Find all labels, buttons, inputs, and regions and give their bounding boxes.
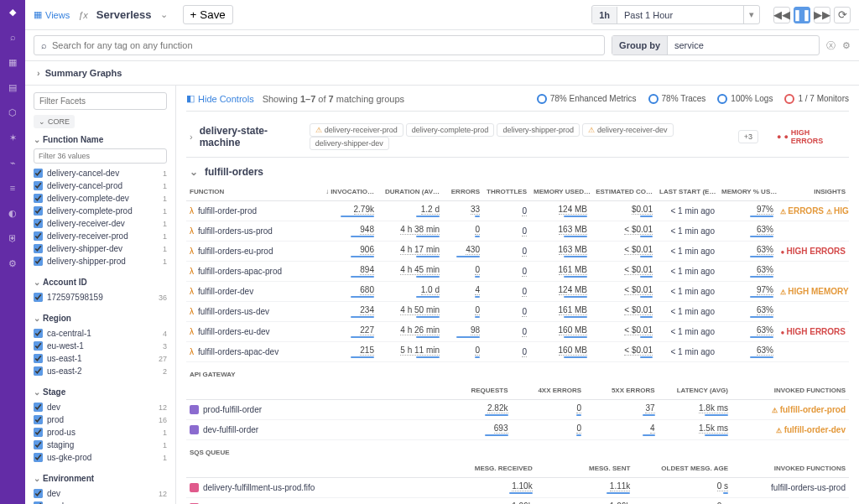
function-badge[interactable]: delivery-shipper-dev [310,137,389,150]
refresh-button[interactable]: ⟳ [834,7,851,23]
facet-title[interactable]: Function Name [34,135,167,144]
column-header[interactable]: MESG. SENT [536,460,634,478]
table-row[interactable]: λfulfill-orders-apac-dev2155 h 11 min001… [186,342,849,362]
facet-title[interactable]: Environment [34,474,167,483]
hide-controls-button[interactable]: ◧ Hide Controls [186,93,254,104]
facet-item[interactable]: staging1 [34,439,167,451]
facet-item[interactable]: delivery-receiver-dev1 [34,217,167,230]
table-row[interactable]: λfulfill-order-dev6801.0 d40124 MB< $0.0… [186,282,849,302]
facet-checkbox[interactable] [34,231,43,241]
apm-icon[interactable]: ⬡ [6,106,19,119]
facet-checkbox[interactable] [34,415,43,424]
column-header[interactable]: REQUESTS [438,382,512,400]
column-header[interactable] [186,382,438,400]
metric-logs[interactable]: 100% Logs [717,94,773,104]
time-range[interactable]: 1h Past 1 Hour ▾ [591,5,760,24]
facet-item[interactable]: prod16 [34,413,167,426]
table-row[interactable]: λfulfill-orders-us-dev2344 h 50 min00161… [186,302,849,322]
facet-checkbox[interactable] [34,366,43,376]
facet-checkbox[interactable] [34,354,43,363]
group-delivery-state-machine[interactable]: › delivery-state-machine delivery-receiv… [186,117,849,158]
table-row[interactable]: prod-fulfill-order2.82k0371.8k msfulfill… [186,400,849,420]
facet-checkbox[interactable] [34,169,43,178]
save-button[interactable]: + Save [183,5,233,24]
column-header[interactable]: INVOKED FUNCTIONS [731,460,849,478]
facet-item[interactable]: delivery-cancel-dev1 [34,167,167,179]
facet-checkbox[interactable] [34,440,43,449]
facet-item[interactable]: delivery-receiver-prod1 [34,230,167,242]
gear-icon[interactable]: ⚙ [842,40,851,51]
facet-item[interactable]: dev12 [34,401,167,413]
core-tag[interactable]: ⌄ CORE [34,115,75,128]
chevron-down-icon[interactable]: ⌄ [160,9,168,20]
facet-item[interactable]: delivery-shipper-dev1 [34,242,167,255]
table-row[interactable]: dev-fulfill-order693041.5k msfulfill-ord… [186,420,849,440]
filter-facets-input[interactable] [34,92,167,110]
column-header[interactable]: DURATION (AV… [377,183,443,201]
facet-item[interactable]: us-east-22 [34,365,167,377]
function-badge[interactable]: delivery-receiver-prod [310,123,403,137]
facet-title[interactable]: Region [34,314,167,323]
facet-checkbox[interactable] [34,181,43,190]
metric-enhanced[interactable]: 78% Enhanced Metrics [537,94,637,104]
badge-more[interactable]: +3 [738,130,758,143]
facet-item[interactable]: us-gke-prod1 [34,451,167,464]
column-header[interactable]: FUNCTION [186,183,320,201]
table-row[interactable]: λfulfill-orders-eu-dev2274 h 26 min98016… [186,322,849,342]
facet-item[interactable]: delivery-shipper-prod1 [34,255,167,268]
column-header[interactable]: 4XX ERRORS [512,382,586,400]
column-header[interactable]: ↓ INVOCATIO… [320,183,377,201]
clear-icon[interactable]: ⓧ [826,39,836,52]
column-header[interactable]: 5XX ERRORS [585,382,659,400]
facet-title[interactable]: Account ID [34,278,167,287]
table-row[interactable]: delivery-fulfillment-eu-prod.fifo1.06k1.… [186,498,849,505]
logo-icon[interactable]: ◆ [6,5,19,18]
settings-icon[interactable]: ⚙ [6,257,19,270]
monitors-icon[interactable]: ✶ [6,131,19,144]
facet-item[interactable]: delivery-cancel-prod1 [34,179,167,192]
time-chevron-icon[interactable]: ▾ [743,6,759,23]
function-badge[interactable]: delivery-receiver-dev [582,123,674,137]
column-header[interactable]: LATENCY (AVG) [659,382,732,400]
table-row[interactable]: λfulfill-orders-eu-prod9064 h 17 min4300… [186,242,849,262]
facet-filter-input[interactable] [34,148,167,164]
metric-monitors[interactable]: 1 / 7 Monitors [784,94,849,104]
column-header[interactable]: ERRORS [443,183,483,201]
function-badge[interactable]: delivery-shipper-prod [497,123,580,137]
table-row[interactable]: λfulfill-orders-us-prod9484 h 38 min0016… [186,221,849,242]
facet-item[interactable]: ca-central-14 [34,327,167,340]
time-forward-button[interactable]: ▶▶ [814,7,830,23]
metrics-icon[interactable]: ⌁ [6,156,19,169]
security-icon[interactable]: ⛨ [6,231,19,245]
facet-checkbox[interactable] [34,244,43,253]
facet-item[interactable]: 17259759815936 [34,291,167,304]
facet-item[interactable]: dev12 [34,487,167,500]
table-row[interactable]: λfulfill-order-prod2.79k1.2 d330124 MB$0… [186,201,849,221]
column-header[interactable]: INSIGHTS [777,183,849,201]
dashboard-icon[interactable]: ▦ [6,55,19,69]
facet-checkbox[interactable] [34,329,43,338]
column-header[interactable]: ESTIMATED CO… [591,183,656,201]
metric-traces[interactable]: 78% Traces [648,94,706,104]
views-button[interactable]: ▦ Views [34,9,70,20]
facet-item[interactable]: delivery-complete-prod1 [34,205,167,217]
table-row[interactable]: delivery-fulfillment-us-prod.fifo1.10k1.… [186,478,849,498]
facet-item[interactable]: prod-us1 [34,426,167,439]
facet-checkbox[interactable] [34,206,43,216]
column-header[interactable]: OLDEST MESG. AGE [633,460,731,478]
column-header[interactable]: MEMORY USED… [530,183,591,201]
facet-checkbox[interactable] [34,257,43,266]
search-icon[interactable]: ⌕ [6,30,19,44]
search-input[interactable]: ⌕ [34,35,605,55]
facet-checkbox[interactable] [34,489,43,498]
summary-graphs[interactable]: › Summary Graphs [25,61,859,86]
column-header[interactable]: INVOKED FUNCTIONS [731,382,849,400]
pause-button[interactable]: ❚❚ [794,7,810,23]
time-back-button[interactable]: ◀◀ [773,7,790,23]
rum-icon[interactable]: ◐ [6,206,19,220]
facet-checkbox[interactable] [34,341,43,351]
table-row[interactable]: λfulfill-orders-apac-prod8944 h 45 min00… [186,262,849,282]
facet-item[interactable]: eu-west-13 [34,340,167,352]
column-header[interactable]: THROTTLES [483,183,530,201]
column-header[interactable]: MEMORY % US… [718,183,777,201]
